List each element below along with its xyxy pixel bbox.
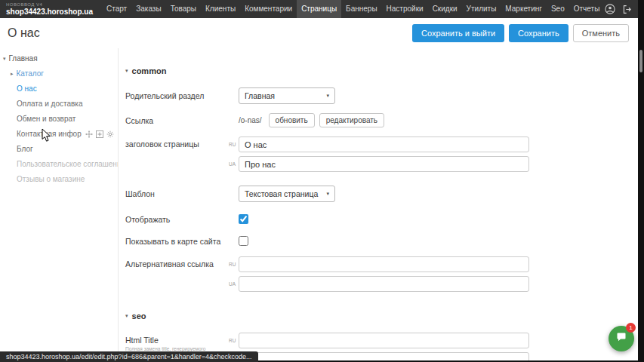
chevron-right-icon: ▸ bbox=[11, 66, 14, 81]
section-title: common bbox=[132, 66, 167, 75]
lang-ru-label: RU bbox=[229, 262, 239, 267]
section-seo[interactable]: ▾ seo bbox=[125, 311, 636, 321]
parent-section-select[interactable]: Главная ▾ bbox=[239, 87, 335, 104]
chat-bubble-icon bbox=[615, 331, 627, 346]
template-row: Шаблон Текстовая страница ▾ bbox=[125, 186, 636, 202]
menu-item-start[interactable]: Старт bbox=[102, 0, 131, 18]
sitemap-row: Показывать в карте сайта bbox=[125, 236, 636, 246]
parent-section-row: Родительский раздел Главная ▾ bbox=[125, 87, 636, 104]
menu-item-discounts[interactable]: Скидки bbox=[428, 0, 462, 18]
field-label: Ссылка bbox=[125, 116, 229, 125]
user-account-icon[interactable] bbox=[605, 4, 615, 14]
menu-item-pages[interactable]: Страницы bbox=[297, 0, 341, 18]
main-menu: Старт Заказы Товары Клиенты Комментарии … bbox=[102, 0, 604, 18]
page-title-ua-input[interactable] bbox=[239, 156, 529, 172]
settings-gear-icon[interactable] bbox=[106, 130, 114, 138]
menu-item-settings[interactable]: Настройки bbox=[382, 0, 428, 18]
page-url-value: /o-nas/ bbox=[239, 116, 262, 124]
lang-ru-label: RU bbox=[229, 142, 239, 147]
menu-item-utilities[interactable]: Утилиты bbox=[462, 0, 501, 18]
field-label: Родительский раздел bbox=[125, 91, 229, 100]
tree-item-label: Оплата и доставка bbox=[17, 97, 82, 112]
field-label: Html Title bbox=[125, 336, 229, 345]
page-edit-form: ▾ common Родительский раздел Главная ▾ С… bbox=[119, 48, 636, 362]
page-title-row: заголовок страницы RU UA bbox=[125, 137, 636, 172]
chevron-down-icon: ▾ bbox=[326, 93, 329, 99]
move-icon[interactable] bbox=[85, 130, 93, 138]
chat-unread-badge: 1 bbox=[626, 323, 636, 333]
sidebar-item-exchange-return[interactable]: Обмен и возврат bbox=[0, 112, 118, 127]
menu-item-products[interactable]: Товары bbox=[166, 0, 201, 18]
sidebar-item-home[interactable]: ▾ Главная bbox=[0, 51, 118, 66]
field-label: заголовок страницы bbox=[125, 137, 229, 149]
lang-ru-label: RU bbox=[229, 338, 239, 343]
page-title-ru-input[interactable] bbox=[239, 137, 529, 152]
tree-item-label: Отзывы о магазине bbox=[17, 172, 85, 187]
page-tree-sidebar: ▾ Главная ▸ Каталог О нас Оплата и доста… bbox=[0, 48, 119, 362]
chevron-down-icon: ▾ bbox=[125, 68, 128, 74]
page-header: О нас Сохранить и выйти Сохранить Отмени… bbox=[0, 18, 638, 48]
lang-ua-label: UA bbox=[229, 281, 239, 287]
update-link-button[interactable]: обновить bbox=[269, 113, 315, 127]
menu-item-seo[interactable]: Seo bbox=[547, 0, 569, 18]
sidebar-item-store-reviews[interactable]: Отзывы о магазине bbox=[0, 172, 118, 187]
page-title: О нас bbox=[8, 26, 40, 40]
delete-trash-icon[interactable] bbox=[117, 130, 119, 138]
menu-item-clients[interactable]: Клиенты bbox=[201, 0, 240, 18]
tree-item-label: Каталог bbox=[17, 66, 44, 81]
field-label: Альтернативная ссылка bbox=[125, 256, 229, 268]
logout-icon[interactable] bbox=[622, 5, 632, 14]
template-select[interactable]: Текстовая страница ▾ bbox=[239, 186, 335, 202]
chevron-down-icon: ▾ bbox=[125, 313, 128, 319]
display-checkbox[interactable] bbox=[239, 214, 248, 224]
tree-item-label: Обмен и возврат bbox=[17, 112, 75, 127]
menu-item-orders[interactable]: Заказы bbox=[131, 0, 165, 18]
chevron-down-icon: ▾ bbox=[326, 191, 329, 197]
alt-link-ua-input[interactable] bbox=[239, 276, 529, 292]
tree-item-label: Контактная инфор bbox=[17, 127, 82, 142]
logo[interactable]: НОВОВВОД V4 shop34423.horoshop.ua bbox=[0, 2, 102, 16]
section-common[interactable]: ▾ common bbox=[125, 66, 636, 75]
sidebar-item-blog[interactable]: Блог bbox=[0, 142, 118, 157]
tree-item-label: Главная bbox=[9, 51, 38, 66]
tree-item-label: Пользовательское соглашение bbox=[17, 157, 119, 172]
header-actions: Сохранить и выйти Сохранить Отменить bbox=[412, 24, 629, 42]
menu-item-comments[interactable]: Комментарии bbox=[240, 0, 297, 18]
select-value: Главная bbox=[245, 91, 275, 100]
tree-item-label: Блог bbox=[17, 142, 33, 157]
field-label: Показывать в карте сайта bbox=[125, 237, 229, 246]
save-button[interactable]: Сохранить bbox=[509, 24, 569, 42]
select-value: Текстовая страница bbox=[245, 189, 318, 198]
alt-link-row: Альтернативная ссылка RU UA bbox=[125, 256, 636, 292]
add-subpage-icon[interactable] bbox=[96, 130, 103, 138]
field-label: Шаблон bbox=[125, 189, 229, 198]
tree-item-label: О нас bbox=[17, 81, 37, 97]
edit-link-button[interactable]: редактировать bbox=[319, 113, 384, 127]
menu-item-banners[interactable]: Баннеры bbox=[341, 0, 381, 18]
cancel-button[interactable]: Отменить bbox=[573, 24, 629, 42]
field-label: Отображать bbox=[125, 215, 229, 224]
logo-version-label: НОВОВВОД V4 bbox=[6, 2, 93, 7]
link-row: Ссылка /o-nas/ обновить редактировать bbox=[125, 113, 636, 127]
logo-domain: shop34423.horoshop.ua bbox=[6, 8, 93, 16]
top-navigation-bar: НОВОВВОД V4 shop34423.horoshop.ua Старт … bbox=[0, 0, 644, 18]
sidebar-item-catalog[interactable]: ▸ Каталог bbox=[0, 66, 118, 81]
sidebar-item-user-agreement[interactable]: Пользовательское соглашение bbox=[0, 157, 118, 172]
chat-widget-button[interactable]: 1 bbox=[609, 326, 634, 351]
scrollbar-thumb[interactable] bbox=[639, 50, 642, 72]
html-title-ru-input[interactable] bbox=[239, 333, 529, 348]
sidebar-item-contact-info[interactable]: Контактная инфор bbox=[0, 127, 118, 142]
alt-link-ru-input[interactable] bbox=[239, 256, 529, 272]
lang-ua-label: UA bbox=[229, 161, 239, 167]
chevron-down-icon: ▾ bbox=[3, 51, 6, 66]
tree-item-actions bbox=[85, 130, 119, 138]
save-and-exit-button[interactable]: Сохранить и выйти bbox=[412, 24, 504, 42]
browser-status-url: shop34423.horoshop.ua/edit/edit.php?id=6… bbox=[0, 351, 258, 362]
menu-item-reports[interactable]: Отчеты bbox=[569, 0, 605, 18]
menu-item-marketing[interactable]: Маркетинг bbox=[501, 0, 547, 18]
sidebar-item-payment-delivery[interactable]: Оплата и доставка bbox=[0, 97, 118, 112]
section-title: seo bbox=[132, 311, 146, 321]
sitemap-checkbox[interactable] bbox=[239, 236, 248, 246]
display-row: Отображать bbox=[125, 214, 636, 224]
sidebar-item-about[interactable]: О нас bbox=[0, 81, 118, 97]
